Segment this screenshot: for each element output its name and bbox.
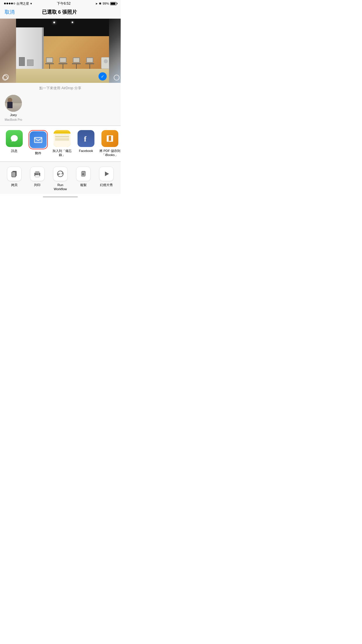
ibooks-svg bbox=[105, 134, 115, 144]
share-item-messages[interactable]: 訊息 bbox=[2, 130, 26, 157]
messages-icon bbox=[6, 130, 23, 147]
action-item-slideshow[interactable]: 幻燈片秀 bbox=[96, 167, 117, 191]
page-title: 已選取 6 張照片 bbox=[42, 9, 77, 15]
share-item-ibooks[interactable]: 將 PDF 儲存到「iBooks」 bbox=[98, 130, 121, 157]
status-bar: 台灣之星 ▾ 下午6:52 ➤ ✱ 99% bbox=[0, 0, 121, 6]
airdrop-persons-list: Joey MacBook Pro bbox=[0, 92, 121, 125]
monitor-2 bbox=[59, 57, 66, 63]
home-indicator bbox=[0, 194, 121, 199]
photo-strip[interactable]: ✓ bbox=[0, 19, 121, 83]
navigation-bar: 取消 已選取 6 張照片 bbox=[0, 6, 121, 19]
cancel-button[interactable]: 取消 bbox=[5, 9, 15, 15]
share-item-facebook[interactable]: f Facebook bbox=[74, 130, 98, 157]
location-icon: ➤ bbox=[95, 2, 98, 5]
airdrop-person-joey[interactable]: Joey MacBook Pro bbox=[5, 95, 22, 121]
mail-icon bbox=[30, 131, 47, 148]
wifi-icon: ▾ bbox=[30, 2, 32, 6]
svg-marker-17 bbox=[105, 172, 109, 176]
desk-leg-4 bbox=[89, 64, 90, 69]
carrier-label: 台灣之星 bbox=[16, 1, 29, 6]
notes-line-2 bbox=[55, 138, 69, 138]
slideshow-label: 幻燈片秀 bbox=[100, 183, 113, 187]
status-right: ➤ ✱ 99% bbox=[95, 2, 117, 6]
room-doorway bbox=[16, 27, 44, 69]
bluetooth-icon: ✱ bbox=[99, 2, 101, 6]
run-workflow-icon bbox=[56, 170, 64, 178]
duplicate-icon-wrap bbox=[76, 167, 91, 181]
messages-svg bbox=[10, 134, 19, 143]
airdrop-hint: 點一下來使用 AirDrop 分享 bbox=[0, 83, 121, 92]
notes-top-bar bbox=[54, 130, 71, 134]
room-floor bbox=[16, 69, 109, 83]
monitor-4 bbox=[86, 57, 93, 63]
notes-icon bbox=[54, 130, 71, 147]
facebook-svg: f bbox=[81, 134, 91, 143]
airdrop-section: 點一下來使用 AirDrop 分享 Joey MacBook Pro bbox=[0, 83, 121, 126]
svg-rect-8 bbox=[12, 172, 15, 177]
messages-label: 訊息 bbox=[11, 149, 17, 153]
action-item-copy[interactable]: 拷貝 bbox=[4, 167, 25, 191]
mail-label: 郵件 bbox=[35, 151, 41, 155]
room-item-2 bbox=[27, 60, 34, 66]
desk-leg-1 bbox=[49, 64, 50, 69]
photo-left-thumbnail[interactable] bbox=[0, 19, 16, 83]
room-scene bbox=[16, 19, 109, 83]
slideshow-icon-wrap bbox=[99, 167, 114, 181]
status-left: 台灣之星 ▾ bbox=[4, 1, 32, 6]
svg-rect-0 bbox=[34, 137, 42, 143]
share-item-notes[interactable]: 加入到「備忘錄」 bbox=[50, 130, 74, 157]
notes-line-3 bbox=[55, 139, 69, 139]
photo-right-thumbnail[interactable] bbox=[109, 19, 121, 83]
share-row-section: 訊息 郵件 bbox=[0, 126, 121, 162]
photo-selected-badge: ✓ bbox=[99, 72, 107, 80]
desk-leg-2 bbox=[63, 64, 63, 69]
desk-4 bbox=[85, 57, 94, 69]
monitor-1 bbox=[46, 57, 53, 63]
svg-text:f: f bbox=[84, 135, 87, 143]
share-item-mail[interactable]: 郵件 bbox=[26, 130, 50, 157]
person-device: MacBook Pro bbox=[5, 118, 22, 121]
notes-label: 加入到「備忘錄」 bbox=[50, 149, 74, 157]
action-item-print[interactable]: 列印 bbox=[27, 167, 48, 191]
status-time: 下午6:52 bbox=[57, 1, 71, 6]
notes-dashed-line bbox=[55, 135, 69, 135]
action-row: 拷貝 列印 bbox=[0, 167, 121, 191]
person-name: Joey bbox=[10, 113, 17, 117]
svg-point-12 bbox=[38, 174, 39, 174]
notes-line-1 bbox=[55, 136, 69, 137]
facebook-icon: f bbox=[78, 130, 94, 147]
share-row: 訊息 郵件 bbox=[0, 130, 121, 157]
mail-selected-border bbox=[29, 130, 48, 149]
svg-rect-11 bbox=[35, 175, 39, 177]
room-item-1 bbox=[19, 57, 25, 66]
home-bar bbox=[43, 196, 78, 197]
print-icon-wrap bbox=[30, 167, 45, 181]
spotlight-1 bbox=[53, 22, 55, 23]
copy-label: 拷貝 bbox=[11, 183, 17, 187]
copy-icon bbox=[10, 170, 18, 178]
mail-svg bbox=[34, 135, 43, 144]
ibooks-icon bbox=[101, 130, 118, 147]
facebook-label: Facebook bbox=[79, 149, 93, 153]
print-icon bbox=[33, 170, 41, 178]
action-item-duplicate[interactable]: 複製 bbox=[73, 167, 94, 191]
desk-2 bbox=[59, 57, 67, 69]
desk-3 bbox=[72, 57, 81, 69]
battery-percent: 99% bbox=[103, 2, 109, 5]
photo-right-select bbox=[114, 75, 120, 80]
action-item-run-workflow[interactable]: Run Workflow bbox=[50, 167, 71, 191]
notes-body bbox=[54, 134, 71, 147]
notes-line-4 bbox=[55, 140, 69, 141]
desk-leg-3 bbox=[76, 64, 77, 69]
desk-area bbox=[45, 57, 109, 69]
copy-icon-wrap bbox=[7, 167, 22, 181]
mac-tower bbox=[101, 57, 109, 69]
person-avatar bbox=[5, 95, 22, 112]
print-label: 列印 bbox=[34, 183, 41, 187]
slideshow-icon bbox=[102, 170, 110, 178]
photo-main-thumbnail[interactable]: ✓ bbox=[16, 19, 109, 83]
apple-logo bbox=[104, 59, 108, 63]
svg-rect-10 bbox=[35, 171, 39, 174]
monitor-3 bbox=[73, 57, 80, 63]
run-workflow-label: Run Workflow bbox=[54, 183, 67, 191]
